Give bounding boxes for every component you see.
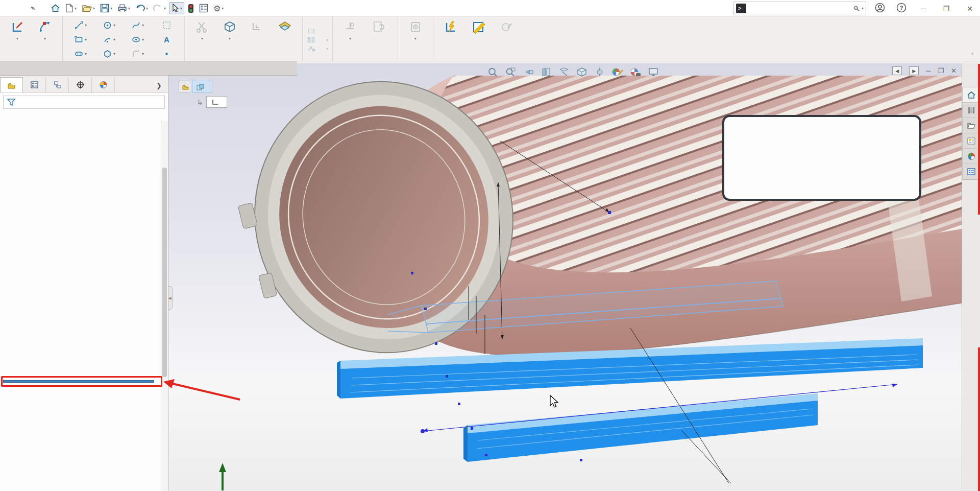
- home-tab-icon[interactable]: [963, 87, 980, 103]
- section-view-icon[interactable]: [540, 66, 553, 78]
- smart-dimension-button[interactable]: ▾: [32, 18, 58, 42]
- options-list-icon[interactable]: [198, 3, 210, 14]
- save-icon[interactable]: ▾: [99, 3, 114, 14]
- document-window-controls: ◀ ▶ ─ ❐ ✕: [892, 66, 957, 75]
- ellipse-tool[interactable]: ▾: [124, 35, 152, 44]
- ribbon-group-rapid: ▾: [398, 17, 433, 61]
- search-caret-icon[interactable]: ▾: [862, 6, 864, 11]
- close-button[interactable]: ✕: [964, 5, 976, 13]
- graphics-viewport[interactable]: ◀ ▶ ─ ❐ ✕ ↳ ◀: [168, 63, 962, 491]
- help-icon[interactable]: ?: [896, 3, 906, 14]
- rebuild-icon[interactable]: [186, 3, 195, 14]
- rapid-sketch-button[interactable]: [437, 18, 464, 36]
- pin-icon[interactable]: ✒: [29, 4, 38, 13]
- ribbon-collapse-icon[interactable]: ⌃: [970, 52, 975, 59]
- zoom-fit-icon[interactable]: [486, 66, 499, 78]
- view-palette-icon[interactable]: [963, 133, 980, 149]
- convert-entities-button[interactable]: ▾: [216, 18, 243, 42]
- collapse-right-pane-icon[interactable]: ▶: [909, 66, 919, 75]
- minimize-button[interactable]: ─: [918, 5, 929, 13]
- collapse-left-pane-icon[interactable]: ◀: [892, 66, 902, 75]
- linear-pattern-button[interactable]: ▾: [307, 36, 328, 43]
- part-icon[interactable]: [179, 81, 192, 93]
- fillet-tool[interactable]: ▾: [124, 50, 152, 58]
- spline-tool[interactable]: ▾: [124, 21, 152, 30]
- open-icon[interactable]: ▾: [80, 3, 96, 14]
- tree-filter[interactable]: [3, 96, 165, 109]
- rapid-icon: [409, 19, 422, 35]
- dimxpertmanager-tab[interactable]: [69, 77, 92, 92]
- shaded-contours-icon: [500, 19, 513, 35]
- restore-button[interactable]: ❐: [940, 5, 953, 13]
- solidworks-window: { "titlebar": { "logo_prefix": "ЗS", "lo…: [0, 0, 980, 491]
- view-orientation-icon[interactable]: [575, 66, 589, 78]
- scrollbar-thumb[interactable]: [162, 168, 167, 377]
- appearances-scenes-icon[interactable]: [963, 149, 980, 164]
- smart-dimension-icon: [38, 19, 52, 35]
- view-settings-icon[interactable]: [647, 66, 660, 78]
- propertymanager-tab[interactable]: [23, 77, 46, 92]
- undo-icon[interactable]: ▾: [134, 3, 150, 14]
- file-explorer-icon[interactable]: [963, 118, 980, 133]
- panel-tabs-expand-icon[interactable]: ❯: [156, 82, 162, 92]
- rapid-button[interactable]: ▾: [402, 18, 429, 42]
- surface-offset-button[interactable]: [272, 18, 298, 36]
- arc-tool[interactable]: ▾: [95, 35, 123, 44]
- settings-gear-icon[interactable]: ⚙▾: [212, 3, 225, 14]
- move-entities-button[interactable]: ▾: [307, 45, 328, 52]
- design-library-icon[interactable]: [963, 103, 980, 118]
- zoom-area-icon[interactable]: [504, 66, 517, 78]
- quick-access-toolbar: ▾ ▾ ▾ ▾ ▾ ▾ ▾ ⚙▾: [49, 2, 225, 14]
- instant2d-icon: [472, 19, 485, 35]
- circle-tool[interactable]: ▾: [95, 21, 123, 30]
- search-terminal-icon: >_: [736, 4, 746, 13]
- select-cursor-icon[interactable]: ▾: [169, 2, 184, 14]
- custom-properties-icon[interactable]: [963, 164, 980, 179]
- line-tool[interactable]: ▾: [67, 21, 94, 30]
- mouse-cursor: [548, 394, 561, 410]
- search-icon[interactable]: 🔍︎: [853, 5, 860, 13]
- home-icon[interactable]: [49, 3, 62, 14]
- ribbon-group-relations: ▾: [333, 17, 398, 61]
- task-pane-rail: [962, 63, 980, 491]
- apply-scene-icon[interactable]: [629, 66, 642, 78]
- redo-icon[interactable]: ▾: [152, 3, 167, 14]
- slot-tool[interactable]: ▾: [67, 50, 94, 58]
- edit-appearance-icon[interactable]: [611, 66, 624, 78]
- doc-minimize-button[interactable]: ─: [926, 67, 930, 75]
- repair-sketch-button[interactable]: [364, 18, 394, 36]
- rectangle-tool[interactable]: ▾: [67, 35, 94, 44]
- text-tool[interactable]: A: [153, 35, 180, 44]
- featuremanager-tab[interactable]: [0, 77, 23, 92]
- repair-icon: [372, 19, 385, 35]
- user-account-icon[interactable]: [875, 3, 885, 14]
- breadcrumb-sketch[interactable]: [206, 96, 227, 108]
- tree-scrollbar[interactable]: [161, 121, 168, 491]
- print-icon[interactable]: ▾: [116, 3, 132, 14]
- display-relations-button[interactable]: ▾: [337, 18, 363, 42]
- polygon-tool[interactable]: ▾: [95, 50, 123, 58]
- new-document-icon[interactable]: ▾: [64, 3, 78, 14]
- offset-entities-button[interactable]: [244, 18, 271, 36]
- search-input[interactable]: [746, 5, 853, 13]
- breadcrumb-feature[interactable]: [192, 81, 212, 93]
- shaded-contours-button[interactable]: [493, 18, 522, 36]
- sketch-button[interactable]: ▾: [4, 18, 31, 42]
- pane-splitter-handle[interactable]: ◀: [168, 286, 173, 310]
- point-tool[interactable]: [153, 50, 180, 58]
- hide-show-items-icon[interactable]: [593, 66, 606, 78]
- relations-icon: [344, 19, 357, 35]
- doc-restore-button[interactable]: ❐: [938, 67, 944, 75]
- configurationmanager-tab[interactable]: [46, 77, 69, 92]
- instant2d-button[interactable]: [465, 18, 492, 36]
- trim-entities-button[interactable]: ▾: [189, 18, 215, 42]
- sketch-sheet-icon[interactable]: [557, 66, 571, 78]
- previous-view-icon[interactable]: [522, 66, 535, 78]
- mirror-entities-button[interactable]: [307, 28, 319, 35]
- sketch-picture-tool[interactable]: [153, 21, 180, 30]
- annotation-arrow: [162, 377, 249, 405]
- breadcrumb-sketch-row: ↳: [197, 96, 227, 108]
- displaymanager-tab[interactable]: [92, 77, 115, 92]
- ribbon-group-modify: ▾ ▾: [185, 17, 303, 61]
- doc-close-button[interactable]: ✕: [951, 67, 957, 75]
